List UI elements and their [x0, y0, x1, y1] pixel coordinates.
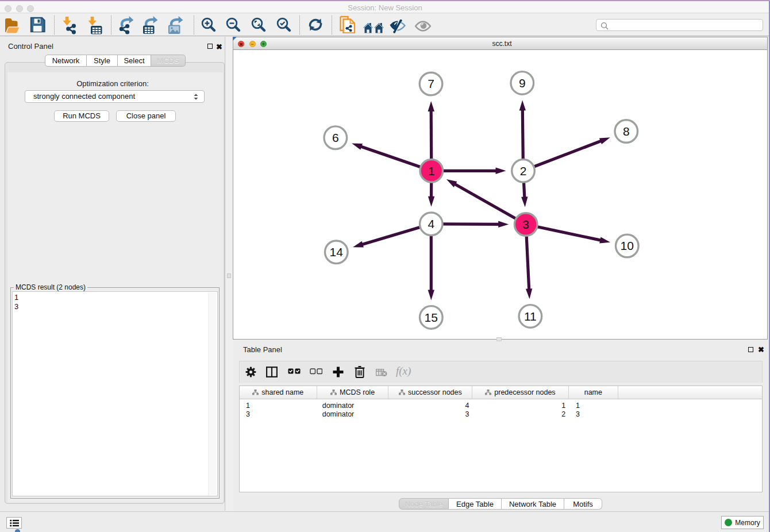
svg-text:3: 3: [522, 218, 529, 231]
svg-text:9: 9: [519, 76, 526, 90]
svg-text:6: 6: [332, 131, 339, 144]
svg-text:4: 4: [428, 217, 434, 230]
svg-text:7: 7: [428, 77, 434, 90]
svg-text:15: 15: [425, 311, 438, 324]
svg-text:10: 10: [621, 239, 634, 252]
svg-text:14: 14: [330, 245, 344, 259]
svg-text:8: 8: [623, 125, 630, 138]
svg-text:11: 11: [524, 310, 537, 323]
svg-text:2: 2: [520, 164, 527, 178]
svg-text:1: 1: [428, 164, 435, 178]
